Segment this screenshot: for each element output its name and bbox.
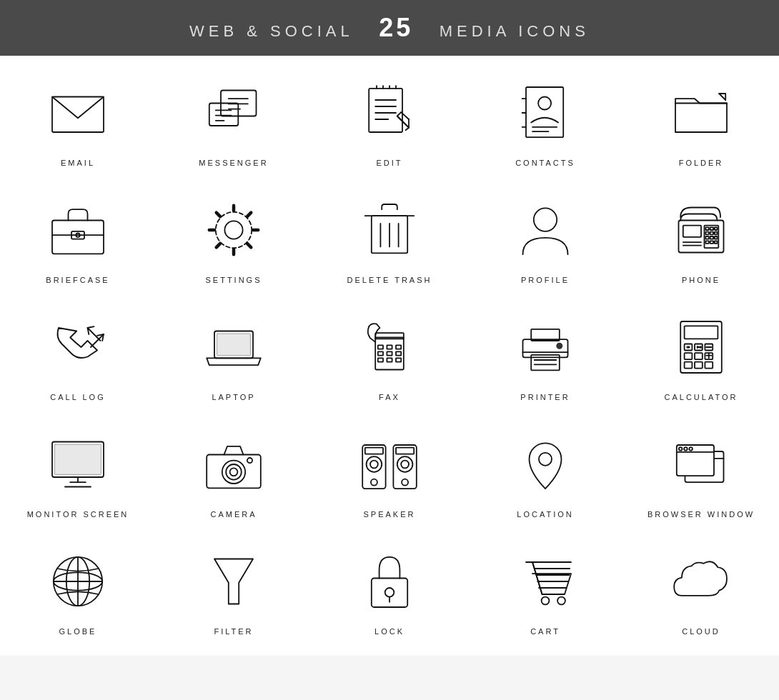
cart-item: CART	[467, 531, 623, 649]
svg-line-31	[719, 94, 725, 100]
svg-rect-138	[372, 579, 407, 608]
svg-rect-73	[387, 358, 392, 361]
lock-icon	[354, 546, 425, 617]
svg-point-36	[224, 221, 242, 239]
monitor-screen-icon	[42, 429, 114, 500]
cart-icon	[510, 546, 581, 617]
svg-point-37	[216, 212, 252, 248]
svg-rect-55	[705, 241, 709, 244]
svg-rect-84	[685, 326, 718, 339]
camera-icon	[198, 429, 269, 500]
folder-item: FOLDER	[623, 63, 779, 180]
settings-item: SETTINGS	[156, 180, 312, 297]
svg-rect-102	[55, 444, 101, 474]
svg-rect-91	[685, 362, 693, 369]
lock-item: LOCK	[312, 531, 467, 649]
call-log-item: CALL LOG	[0, 297, 156, 414]
profile-icon	[510, 194, 581, 266]
calculator-label: CALCULATOR	[665, 393, 738, 401]
fax-label: FAX	[379, 393, 400, 401]
svg-rect-66	[378, 345, 383, 349]
phone-item: PHONE	[623, 180, 779, 297]
cloud-label: CLOUD	[682, 627, 720, 636]
browser-window-label: BROWSER WINDOW	[647, 510, 755, 519]
fax-icon	[354, 311, 425, 383]
briefcase-item: BRIEFCASE	[0, 180, 156, 297]
header-number: 25	[379, 13, 413, 42]
svg-point-147	[542, 597, 550, 605]
speaker-icon	[354, 429, 425, 500]
calculator-item: CALCULATOR	[623, 297, 779, 414]
location-icon	[510, 429, 581, 500]
svg-point-148	[557, 597, 565, 605]
call-log-label: CALL LOG	[50, 393, 105, 401]
svg-point-114	[370, 461, 378, 469]
edit-icon	[354, 77, 425, 149]
svg-point-110	[230, 468, 238, 476]
svg-rect-57	[715, 241, 718, 244]
svg-rect-74	[396, 358, 401, 361]
messenger-icon	[198, 77, 269, 149]
cloud-item: CLOUD	[623, 531, 779, 649]
contacts-label: CONTACTS	[515, 159, 575, 167]
svg-rect-116	[365, 448, 383, 454]
messenger-label: MESSENGER	[199, 159, 268, 167]
svg-rect-48	[715, 227, 718, 230]
delete-trash-label: DELETE TRASH	[347, 276, 432, 284]
svg-point-82	[557, 344, 562, 349]
svg-point-122	[539, 453, 552, 466]
delete-trash-item: DELETE TRASH	[312, 180, 467, 297]
svg-rect-117	[393, 445, 416, 489]
email-label: EMAIL	[61, 159, 95, 167]
svg-rect-68	[396, 345, 401, 349]
email-icon	[42, 77, 114, 149]
messenger-item: MESSENGER	[156, 63, 312, 180]
phone-icon	[665, 194, 737, 266]
svg-rect-47	[710, 227, 714, 230]
printer-label: PRINTER	[520, 393, 570, 401]
svg-point-113	[367, 456, 382, 472]
settings-icon	[198, 194, 269, 266]
settings-label: SETTINGS	[205, 276, 262, 284]
svg-rect-88	[685, 353, 693, 359]
browser-window-item: BROWSER WINDOW	[623, 414, 779, 531]
svg-rect-52	[705, 236, 709, 239]
svg-point-115	[371, 479, 377, 486]
svg-point-43	[534, 208, 557, 231]
globe-icon	[42, 546, 114, 617]
delete-trash-icon	[354, 194, 425, 266]
cart-label: CART	[530, 627, 560, 636]
cloud-icon	[665, 546, 737, 617]
svg-rect-93	[705, 362, 713, 369]
svg-rect-24	[526, 87, 563, 137]
email-item: EMAIL	[0, 63, 156, 180]
svg-line-19	[397, 112, 401, 116]
filter-icon	[198, 546, 269, 617]
svg-rect-70	[387, 351, 392, 355]
phone-label: PHONE	[682, 276, 720, 284]
browser-window-icon	[665, 429, 737, 500]
svg-rect-69	[378, 351, 383, 355]
briefcase-icon	[42, 194, 114, 266]
svg-rect-50	[710, 232, 714, 235]
page-header: web & social 25 media icons	[0, 0, 779, 56]
svg-rect-121	[396, 448, 414, 454]
svg-point-28	[538, 97, 551, 110]
icons-grid: EMAIL MESSENGER	[0, 56, 779, 656]
svg-rect-67	[387, 345, 392, 349]
svg-point-118	[397, 456, 413, 472]
svg-rect-64	[217, 334, 251, 356]
globe-item: GLOBE	[0, 531, 156, 649]
globe-label: GLOBE	[59, 627, 97, 636]
svg-point-119	[401, 461, 409, 469]
location-item: LOCATION	[467, 414, 623, 531]
svg-line-23	[406, 128, 410, 131]
laptop-label: LAPTOP	[212, 393, 255, 401]
svg-rect-5	[209, 104, 239, 126]
svg-point-120	[402, 479, 408, 486]
filter-item: FILTER	[156, 531, 312, 649]
svg-point-111	[247, 458, 252, 463]
camera-item: CAMERA	[156, 414, 312, 531]
contacts-icon	[510, 77, 581, 149]
briefcase-label: BRIEFCASE	[46, 276, 109, 284]
